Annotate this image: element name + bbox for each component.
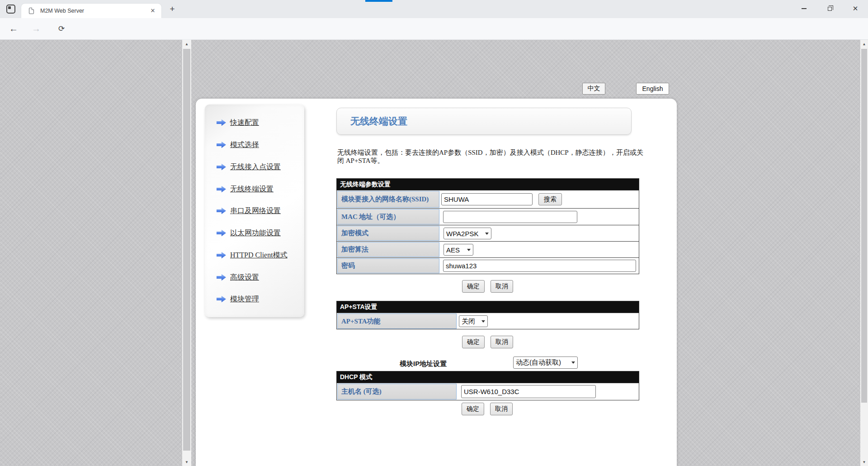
scroll-up-icon[interactable]: ▲: [860, 40, 868, 48]
table-row-enc-mode: 加密模式 WPA2PSK: [337, 225, 639, 241]
blue-arrow-icon: [217, 295, 226, 303]
scrollbar-thumb[interactable]: [183, 49, 190, 451]
sidebar-item-mode-select[interactable]: 模式选择: [217, 139, 259, 151]
row-label: 主机名 (可选): [337, 384, 457, 399]
table-row-ssid: 模块要接入的网络名称(SSID) 搜索: [337, 190, 639, 208]
sidebar-item-sta-settings[interactable]: 无线终端设置: [217, 183, 274, 195]
module-ip-setting-label: 模块IP地址设置: [400, 360, 447, 368]
sidebar-item-serial-network[interactable]: 串口及网络设置: [217, 205, 281, 217]
cancel-button-dhcp[interactable]: 取消: [490, 403, 513, 415]
apsta-table: AP+STA设置 AP+STA功能 关闭: [336, 301, 639, 329]
blue-arrow-icon: [217, 119, 226, 126]
sidebar-item-ap-settings[interactable]: 无线接入点设置: [217, 161, 281, 173]
blue-arrow-icon: [217, 185, 226, 193]
table-row-mac: MAC 地址（可选）: [337, 208, 639, 225]
hostname-input[interactable]: [461, 385, 596, 398]
blue-arrow-icon: [217, 274, 226, 281]
content-panel: 快速配置 模式选择 无线接入点设置 无线终端设置 串口及网络设置 以太网功能设置…: [196, 99, 677, 466]
dhcp-table: DHCP 模式 主机名 (可选): [336, 371, 639, 400]
scroll-down-icon[interactable]: ▼: [860, 458, 868, 466]
window-minimize-button[interactable]: [794, 0, 814, 17]
page-description: 无线终端设置，包括：要去连接的AP参数（SSID，加密）及接入模式（DHCP，静…: [337, 148, 644, 165]
tab-title: M2M Web Server: [40, 4, 84, 18]
scroll-down-icon[interactable]: ▼: [182, 458, 191, 466]
sidebar-item-httpd-client[interactable]: HTTPD Client模式: [217, 249, 288, 261]
blue-arrow-icon: [217, 163, 226, 171]
table-row-password: 密码: [337, 257, 639, 274]
sidebar-item-advanced[interactable]: 高级设置: [217, 271, 259, 283]
row-label: 加密算法: [337, 242, 439, 257]
scroll-up-icon[interactable]: ▲: [182, 40, 191, 48]
browser-window: M2M Web Server ✕ + ✕ ← → ⟳ ⚠ 不安全 10.10.1…: [0, 0, 868, 466]
table-row-hostname: 主机名 (可选): [337, 383, 639, 400]
tab-close-icon[interactable]: ✕: [149, 7, 157, 15]
ssid-input[interactable]: [441, 193, 533, 205]
row-label: 加密模式: [337, 226, 439, 241]
sidebar-item-quick-config[interactable]: 快速配置: [217, 117, 259, 128]
right-frame-scrollbar[interactable]: ▲ ▼: [860, 40, 868, 466]
sidebar-menu: 快速配置 模式选择 无线接入点设置 无线终端设置 串口及网络设置 以太网功能设置…: [205, 105, 304, 317]
chevron-down-icon: [481, 320, 485, 323]
language-english-button[interactable]: English: [636, 83, 669, 95]
table-row-apsta: AP+STA功能 关闭: [337, 313, 639, 329]
ip-mode-select[interactable]: 动态(自动获取): [513, 357, 578, 369]
refresh-button[interactable]: ⟳: [54, 18, 69, 39]
page-favicon-icon: [29, 8, 34, 14]
ok-button-dhcp[interactable]: 确定: [462, 403, 484, 415]
window-restore-button[interactable]: [820, 0, 840, 17]
sidebar-item-module-mgmt[interactable]: 模块管理: [217, 293, 259, 305]
blue-arrow-icon: [217, 207, 226, 214]
language-chinese-button[interactable]: 中文: [582, 83, 605, 95]
row-label: MAC 地址（可选）: [337, 209, 439, 224]
row-label: AP+STA功能: [337, 314, 457, 329]
scrollbar-thumb[interactable]: [861, 49, 867, 403]
encryption-algorithm-select[interactable]: AES: [443, 244, 473, 256]
table-row-enc-alg: 加密算法 AES: [337, 241, 639, 257]
blue-arrow-icon: [217, 141, 226, 148]
password-input[interactable]: [443, 260, 636, 272]
table-header: 无线终端参数设置: [337, 179, 639, 190]
window-close-button[interactable]: ✕: [845, 0, 865, 17]
table-header: DHCP 模式: [337, 371, 639, 383]
row-label: 模块要接入的网络名称(SSID): [337, 191, 439, 208]
ok-button-apsta[interactable]: 确定: [462, 336, 485, 348]
browser-tab[interactable]: M2M Web Server ✕: [21, 4, 161, 18]
browser-toolbar: ← → ⟳ ⚠ 不安全 10.10.100.254 /home.html ☆ ☆…: [0, 18, 868, 40]
tab-strip: M2M Web Server ✕ + ✕: [0, 0, 868, 18]
chevron-down-icon: [485, 233, 489, 235]
blue-arrow-icon: [217, 229, 226, 237]
new-tab-button[interactable]: +: [167, 5, 177, 14]
mac-input[interactable]: [443, 211, 577, 223]
encryption-mode-select[interactable]: WPA2PSK: [443, 228, 491, 239]
edge-top-accent-bar: [365, 0, 392, 2]
ok-button-sta[interactable]: 确定: [462, 280, 485, 293]
sta-params-table: 无线终端参数设置 模块要接入的网络名称(SSID) 搜索 MAC 地址（可选） …: [336, 178, 639, 274]
chevron-down-icon: [571, 361, 575, 364]
page-background: ▲ ▼ ▲ ▼ 中文 English 快速配置 模式选择 无线接入点设置 无线终…: [0, 40, 868, 466]
left-frame-scrollbar[interactable]: ▲ ▼: [182, 40, 191, 466]
row-label: 密码: [337, 258, 439, 273]
sidebar-item-ethernet[interactable]: 以太网功能设置: [217, 227, 281, 239]
chevron-down-icon: [467, 249, 471, 251]
table-header: AP+STA设置: [337, 301, 639, 313]
back-button[interactable]: ←: [6, 18, 21, 39]
forward-button: →: [29, 18, 43, 39]
cancel-button-apsta[interactable]: 取消: [491, 336, 513, 348]
workspaces-icon[interactable]: [6, 5, 15, 14]
cancel-button-sta[interactable]: 取消: [491, 280, 513, 293]
page-title: 无线终端设置: [350, 115, 407, 128]
search-button[interactable]: 搜索: [538, 193, 562, 205]
blue-arrow-icon: [217, 252, 226, 259]
apsta-function-select[interactable]: 关闭: [459, 315, 488, 327]
page-title-box: 无线终端设置: [336, 108, 632, 135]
